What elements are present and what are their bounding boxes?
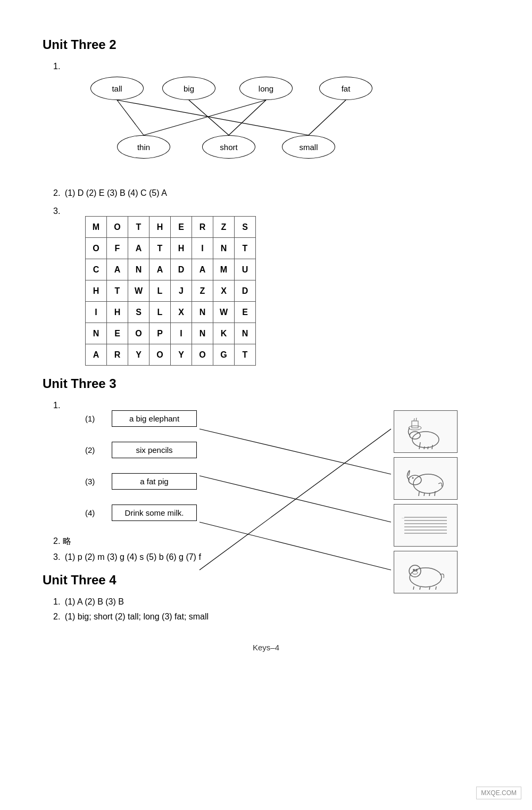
match-text-3: a fat pig [112,473,197,490]
grid-cell: H [171,238,192,259]
match-text-2: six pencils [112,442,197,458]
grid-cell: K [213,323,235,344]
svg-line-2 [189,100,229,135]
grid-cell: A [149,259,171,280]
svg-line-0 [117,100,144,135]
grid-cell: N [235,323,256,344]
oval-tall: tall [90,77,144,100]
svg-point-6 [412,432,439,448]
match-item-1: (1) a big elephant [85,410,223,427]
grid-cell: T [128,217,149,238]
match-num-2: (2) [85,445,112,454]
grid-cell: H [149,217,171,238]
grid-cell: D [235,280,256,302]
grid-cell: L [149,280,171,302]
unit-three-3-title: Unit Three 3 [43,376,489,391]
svg-line-39 [200,429,391,474]
watermark-text: MXQE.COM [481,789,517,797]
q2-answers: (1) D (2) E (3) B (4) C (5) A [65,188,167,197]
q1-label: 1. [53,62,60,71]
q2-section3-label: 2. 略 [53,536,71,545]
q1-section3-label: 1. [53,401,60,410]
grid-cell: T [235,238,256,259]
q3-section3-label: 3. [53,552,60,561]
grid-cell: T [235,344,256,366]
q1-block: 1. tall big long fat thin short small [53,62,489,178]
q3-label: 3. [53,206,60,216]
grid-cell: H [107,302,128,323]
svg-line-18 [419,492,419,496]
grid-cell: O [192,344,213,366]
svg-line-14 [414,418,414,421]
oval-thin: thin [117,135,170,159]
oval-fat: fat [319,77,372,100]
grid-cell: Y [171,344,192,366]
grid-cell: Z [192,280,213,302]
grid-cell: A [128,238,149,259]
svg-line-15 [416,418,417,421]
svg-line-4 [229,100,266,135]
matching-diagram: tall big long fat thin short small [74,71,415,178]
svg-line-20 [429,493,430,496]
grid-cell: I [171,323,192,344]
grid-cell: P [149,323,171,344]
svg-point-33 [415,569,418,571]
match-item-2: (2) six pencils [85,442,223,458]
grid-cell: W [128,280,149,302]
grid-cell: M [213,259,235,280]
oval-short: short [202,135,255,159]
grid-cell: X [171,302,192,323]
image-pencils: — [394,504,458,547]
grid-cell: O [86,238,107,259]
svg-line-38 [436,586,436,590]
svg-line-11 [432,445,433,449]
svg-rect-13 [412,421,418,428]
match-num-4: (4) [85,508,112,517]
q2-block: 2. (1) D (2) E (3) B (4) C (5) A [53,188,489,198]
svg-line-36 [420,587,420,590]
grid-cell: L [149,302,171,323]
grid-cell: J [171,280,192,302]
grid-cell: E [235,302,256,323]
grid-cell: T [149,238,171,259]
grid-cell: W [213,302,235,323]
word-search-grid: MOTHERZSOFATHINTCANADAMUHTWLJZXDIHSLXNWE… [85,216,256,366]
grid-cell: N [213,238,235,259]
grid-cell: F [107,238,128,259]
left-text-items: (1) a big elephant (2) six pencils (3) a… [85,410,223,521]
grid-cell: H [86,280,107,302]
grid-cell: M [86,217,107,238]
q1-section3-block: 1. (1) a big elephant (2) six pencils (3… [53,401,489,521]
grid-cell: A [192,259,213,280]
grid-cell: S [235,217,256,238]
svg-line-3 [144,100,266,135]
unit-three-2-title: Unit Three 2 [43,37,489,52]
match-text-4: Drink some milk. [112,505,197,521]
svg-point-32 [413,569,415,571]
grid-cell: G [213,344,235,366]
image-elephant [394,457,458,500]
svg-line-42 [200,429,391,570]
svg-point-7 [410,432,420,439]
image-pig [394,551,458,593]
grid-cell: O [128,323,149,344]
q1-section4-answers: (1) A (2) B (3) B [65,597,124,606]
grid-cell: N [192,323,213,344]
match-item-4: (4) Drink some milk. [85,505,223,521]
grid-cell: R [192,217,213,238]
unit-three-2-section: Unit Three 2 1. tall big long fat thin s… [43,37,489,366]
grid-cell: Y [128,344,149,366]
grid-cell: E [171,217,192,238]
grid-cell: D [171,259,192,280]
grid-cell: O [149,344,171,366]
svg-line-35 [413,586,414,590]
oval-long: long [239,77,293,100]
q1-section4-block: 1. (1) A (2) B (3) B [53,597,489,607]
grid-cell: U [235,259,256,280]
grid-cell: A [86,344,107,366]
q2-label: 2. [53,188,60,197]
match-item-3: (3) a fat pig [85,473,223,490]
watermark: MXQE.COM [476,787,521,799]
grid-cell: I [192,238,213,259]
svg-line-10 [428,447,428,449]
